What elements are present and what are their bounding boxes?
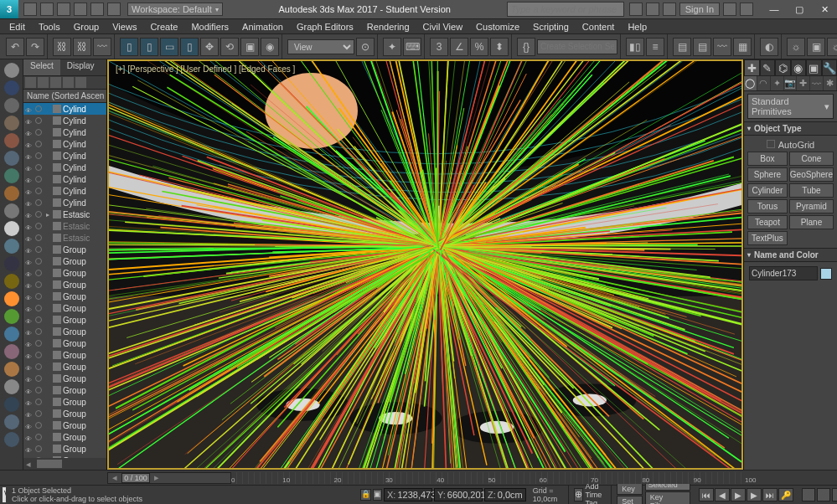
primitive-plane[interactable]: Plane (789, 215, 834, 229)
select-name-button[interactable]: ▯ (140, 38, 158, 56)
filter-icon[interactable] (25, 77, 36, 88)
tool-icon[interactable] (4, 98, 19, 113)
close-button[interactable]: ✕ (812, 0, 837, 18)
select-rectangle-button[interactable]: ▭ (160, 38, 178, 56)
scene-row[interactable]: Group (23, 384, 106, 396)
visibility-icon[interactable] (25, 198, 34, 207)
material-editor-button[interactable]: ◐ (760, 38, 778, 56)
tool-icon[interactable] (4, 221, 19, 236)
primitive-sphere[interactable]: Sphere (747, 167, 788, 182)
time-slider[interactable]: ◂ 0 / 100 ▸ (107, 472, 231, 484)
utilities-tab[interactable]: 🔧 (822, 59, 838, 76)
scene-row[interactable]: Group (23, 419, 106, 431)
tool-icon[interactable] (4, 291, 19, 306)
play-button[interactable]: ▶ (731, 488, 746, 501)
redo-button[interactable]: ↷ (26, 38, 44, 56)
freeze-icon[interactable] (35, 281, 42, 288)
new-icon[interactable] (23, 3, 37, 16)
freeze-icon[interactable] (35, 234, 42, 241)
freeze-icon[interactable] (35, 387, 42, 393)
add-time-tag-label[interactable]: Add Time Tag (586, 482, 607, 504)
cameras-icon[interactable]: 📷 (784, 76, 798, 90)
create-tab[interactable]: ✚ (744, 59, 760, 76)
menu-civil-view[interactable]: Civil View (417, 21, 468, 33)
visibility-icon[interactable] (25, 175, 34, 183)
freeze-icon[interactable] (35, 340, 42, 347)
primitive-pyramid[interactable]: Pyramid (789, 199, 834, 213)
set-key-button[interactable]: Set Key (617, 496, 643, 505)
reference-coord-dropdown[interactable]: View (287, 39, 354, 54)
freeze-icon[interactable] (35, 293, 42, 300)
systems-icon[interactable]: ✱ (824, 76, 837, 90)
scene-row[interactable]: Cylind (23, 173, 106, 185)
scene-row[interactable]: Group (23, 337, 106, 349)
freeze-icon[interactable] (35, 152, 42, 159)
scene-row[interactable]: Group (23, 255, 106, 267)
visibility-icon[interactable] (25, 187, 34, 195)
autogrid-checkbox[interactable]: AutoGrid (747, 138, 834, 152)
visibility-icon[interactable] (25, 140, 34, 148)
object-color-swatch[interactable] (820, 268, 832, 280)
menu-group[interactable]: Group (68, 21, 106, 33)
visibility-icon[interactable] (25, 398, 34, 406)
visibility-icon[interactable] (25, 445, 34, 453)
menu-customize[interactable]: Customize (470, 21, 525, 33)
visibility-icon[interactable] (25, 421, 34, 429)
freeze-icon[interactable] (35, 199, 42, 206)
help-icon[interactable] (740, 3, 753, 16)
perspective-viewport[interactable] (107, 59, 743, 470)
scene-row[interactable]: ▸Estasic (23, 208, 106, 220)
tool-icon[interactable] (4, 379, 19, 394)
time-slider-knob[interactable]: 0 / 100 (121, 473, 150, 483)
freeze-icon[interactable] (35, 176, 42, 183)
freeze-icon[interactable] (35, 363, 42, 370)
tool-icon[interactable] (4, 239, 19, 254)
scene-row[interactable]: Cylind (23, 185, 106, 197)
primitive-teapot[interactable]: Teapot (747, 215, 788, 229)
toggle-ribbon-button[interactable]: ▤ (693, 38, 711, 56)
keyboard-shortcut-button[interactable]: ⌨ (403, 38, 421, 56)
window-crossing-button[interactable]: ▯ (180, 38, 199, 56)
spinner-snap-button[interactable]: ⬍ (490, 38, 509, 56)
project-icon[interactable] (107, 3, 121, 16)
scene-row[interactable]: Group (23, 291, 106, 302)
select-manipulate-button[interactable]: ✦ (383, 38, 401, 56)
rollout-name-and-color[interactable]: Name and Color (744, 248, 837, 262)
primitive-cylinder[interactable]: Cylinder (747, 183, 788, 198)
scene-row[interactable]: Group (23, 431, 106, 443)
key-mode-button[interactable]: 🔑 (778, 488, 793, 501)
menu-modifiers[interactable]: Modifiers (185, 21, 235, 33)
lock-selection-icon[interactable]: 🔒 (360, 489, 371, 501)
search-icon[interactable] (629, 3, 643, 16)
scene-row[interactable]: Cylind (23, 138, 106, 150)
scene-row[interactable]: Estasic (23, 232, 106, 244)
scene-row[interactable]: Cylind (23, 115, 106, 126)
zoom-icon[interactable] (817, 488, 830, 501)
menu-animation[interactable]: Animation (236, 21, 289, 33)
open-icon[interactable] (40, 3, 54, 16)
freeze-icon[interactable] (35, 399, 42, 405)
use-center-button[interactable]: ⊙ (356, 38, 375, 56)
freeze-icon[interactable] (35, 258, 42, 265)
time-ruler[interactable]: 0102030405060708090100 (231, 472, 745, 484)
render-setup-button[interactable]: ☼ (787, 38, 805, 56)
freeze-icon[interactable] (35, 305, 42, 311)
display-tab[interactable]: ▣ (806, 59, 822, 76)
tool-icon[interactable] (4, 168, 19, 183)
workspace-dropdown[interactable]: Workspace: Default ▾ (127, 3, 223, 16)
minimize-button[interactable]: — (762, 0, 787, 18)
primitive-cone[interactable]: Cone (789, 152, 834, 166)
freeze-icon[interactable] (35, 164, 42, 171)
select-object-button[interactable]: ▯ (120, 38, 138, 56)
menu-graph-editors[interactable]: Graph Editors (291, 21, 359, 33)
menu-views[interactable]: Views (106, 21, 142, 33)
menu-create[interactable]: Create (144, 21, 183, 33)
tool-icon[interactable] (4, 256, 19, 271)
visibility-icon[interactable] (25, 292, 34, 301)
primitive-torus[interactable]: Torus (747, 199, 788, 213)
scene-column-header[interactable]: Name (Sorted Ascen (23, 90, 106, 103)
edit-selection-set-button[interactable]: {} (517, 38, 535, 56)
tool-icon[interactable] (4, 327, 19, 342)
render-production-button[interactable]: ☼ (827, 38, 837, 56)
freeze-icon[interactable] (35, 375, 42, 382)
